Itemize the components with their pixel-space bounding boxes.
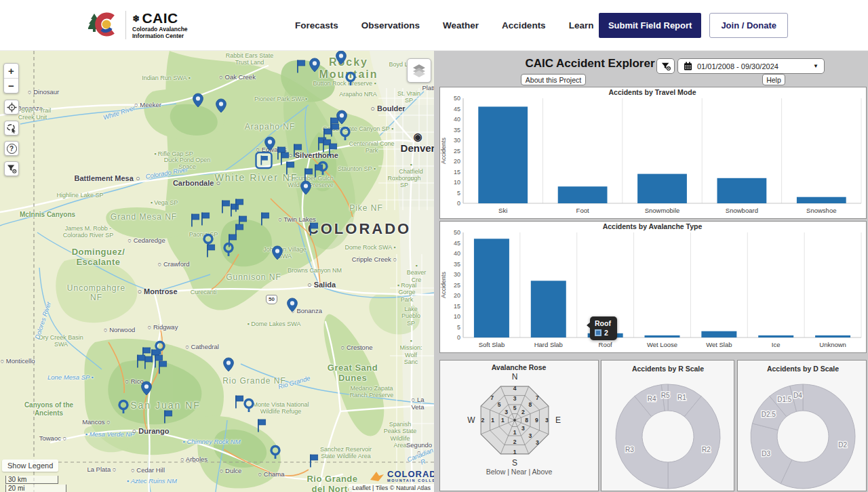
flag-marker[interactable] (159, 361, 167, 374)
bar[interactable] (717, 178, 767, 203)
flag-marker[interactable] (310, 223, 318, 236)
filter-icon (7, 164, 17, 174)
pin-marker[interactable] (288, 298, 298, 312)
r-scale-card: Accidents by R ScaleR1R2R3R4R5 (601, 360, 734, 491)
about-project-button[interactable]: About this Project (521, 74, 586, 85)
logo-subtitle-2: Information Center (132, 33, 188, 40)
flag-marker[interactable] (331, 124, 339, 137)
avalanche-type-chart[interactable]: Accidents by Avalanche TypeAccidents0510… (440, 222, 865, 351)
bar[interactable] (815, 335, 850, 337)
bar[interactable] (531, 281, 566, 337)
pin-marker[interactable] (216, 99, 226, 112)
svg-text:8: 8 (525, 417, 528, 424)
ring-marker[interactable] (119, 401, 127, 414)
date-range-select[interactable]: 01/01/2008 - 09/30/2024 ▼ (677, 58, 825, 74)
svg-text:D3: D3 (762, 450, 770, 457)
nav-item-accidents[interactable]: Accidents (502, 20, 546, 30)
show-legend-button[interactable]: Show Legend (2, 459, 58, 472)
svg-text:3: 3 (513, 395, 517, 402)
nav-item-weather[interactable]: Weather (443, 20, 479, 30)
pin-marker[interactable] (193, 94, 203, 107)
snowflake-icon: ❄ (132, 14, 140, 24)
cmc-eagle-icon (370, 470, 384, 483)
ring-marker[interactable] (341, 128, 349, 141)
pin-marker[interactable] (301, 181, 311, 194)
travel-mode-chart[interactable]: Accidents by Travel ModeAccidents0510152… (440, 87, 865, 217)
flag-marker[interactable] (286, 162, 294, 175)
locate-button[interactable] (4, 100, 19, 115)
ring-marker[interactable] (245, 400, 253, 413)
pin-marker[interactable] (224, 358, 234, 371)
pin-marker[interactable] (273, 246, 283, 260)
zoom-out-button[interactable]: − (4, 79, 18, 93)
svg-text:8: 8 (529, 401, 532, 408)
accident-map[interactable]: ○ Dinosaur○ Bonanza○ Meeker○ Oak CreekIn… (0, 51, 434, 492)
svg-text:Roof: Roof (599, 341, 612, 348)
flag-marker[interactable] (231, 204, 239, 217)
pin-marker[interactable] (310, 58, 320, 72)
flag-marker[interactable] (164, 411, 172, 424)
lasso-select-button[interactable] (4, 121, 19, 136)
map-attribution[interactable]: Leaflet | Tiles © Natural Atlas (349, 484, 434, 492)
flag-marker[interactable] (235, 199, 243, 212)
svg-text:Ski: Ski (498, 207, 507, 214)
nav-item-observations[interactable]: Observations (361, 20, 420, 30)
flag-marker[interactable] (137, 355, 145, 368)
filter-reset-button[interactable] (656, 58, 675, 74)
nav-item-forecasts[interactable]: Forecasts (295, 20, 338, 30)
flag-marker[interactable] (258, 419, 266, 432)
svg-text:Accidents by Travel Mode: Accidents by Travel Mode (609, 88, 696, 96)
svg-text:Wet Slab: Wet Slab (706, 341, 732, 348)
bar[interactable] (701, 331, 736, 337)
flag-marker[interactable] (222, 201, 230, 213)
svg-text:1: 1 (501, 417, 505, 424)
help-button[interactable]: Help (762, 74, 785, 85)
flag-marker[interactable] (297, 60, 305, 73)
flag-marker[interactable] (191, 214, 199, 227)
map-help-button[interactable]: ? (4, 141, 19, 156)
d-scale-donut[interactable]: Accidents by D ScaleD2D3D2.5D1.5D4 (738, 361, 866, 491)
svg-text:40: 40 (454, 116, 460, 123)
bar[interactable] (637, 174, 687, 203)
svg-text:D2: D2 (838, 441, 847, 449)
caic-logo[interactable]: ❄CAIC Colorado Avalanche Information Cen… (88, 9, 188, 41)
map-filter-button[interactable] (4, 161, 19, 176)
flag-marker[interactable] (201, 213, 210, 226)
svg-text:1: 1 (513, 449, 517, 455)
svg-text:2: 2 (481, 417, 484, 424)
bar[interactable] (474, 239, 509, 337)
ring-marker[interactable] (271, 447, 279, 459)
pin-marker[interactable] (336, 51, 347, 64)
ring-marker[interactable] (347, 73, 355, 86)
rose-caption: Below | Near | Above (440, 468, 598, 476)
join-donate-button[interactable]: Join / Donate (709, 13, 788, 38)
flag-marker[interactable] (261, 213, 269, 226)
layers-button[interactable] (407, 58, 431, 83)
flag-marker[interactable] (294, 144, 302, 157)
bar[interactable] (478, 106, 528, 203)
flag-marker[interactable] (304, 169, 313, 182)
bar[interactable] (558, 186, 608, 203)
svg-text:W: W (467, 415, 475, 425)
avalanche-rose[interactable]: Avalanche Rose534287893333121112357NESW (440, 361, 598, 466)
flag-marker[interactable] (207, 245, 215, 258)
bar[interactable] (645, 335, 680, 337)
bar[interactable] (758, 335, 793, 337)
avalanche-type-chart-card: Accidents by Avalanche TypeAccidents0510… (439, 221, 867, 353)
selected-flag-marker[interactable] (256, 152, 272, 168)
bar[interactable] (797, 197, 846, 203)
svg-text:7: 7 (490, 394, 494, 401)
flag-marker[interactable] (310, 455, 318, 468)
svg-text:5: 5 (513, 405, 517, 411)
pin-marker[interactable] (142, 382, 152, 395)
r-scale-donut[interactable]: Accidents by R ScaleR1R2R3R4R5 (601, 361, 734, 491)
pin-marker[interactable] (265, 137, 275, 150)
svg-text:D4: D4 (793, 392, 802, 399)
nav-item-learn[interactable]: Learn (569, 20, 594, 30)
zoom-in-button[interactable]: + (4, 64, 18, 79)
flag-marker[interactable] (235, 396, 243, 409)
flag-marker[interactable] (144, 356, 153, 369)
submit-field-report-button[interactable]: Submit Field Report (599, 13, 702, 38)
flag-marker[interactable] (329, 144, 337, 157)
logo-title: CAIC (142, 10, 178, 26)
